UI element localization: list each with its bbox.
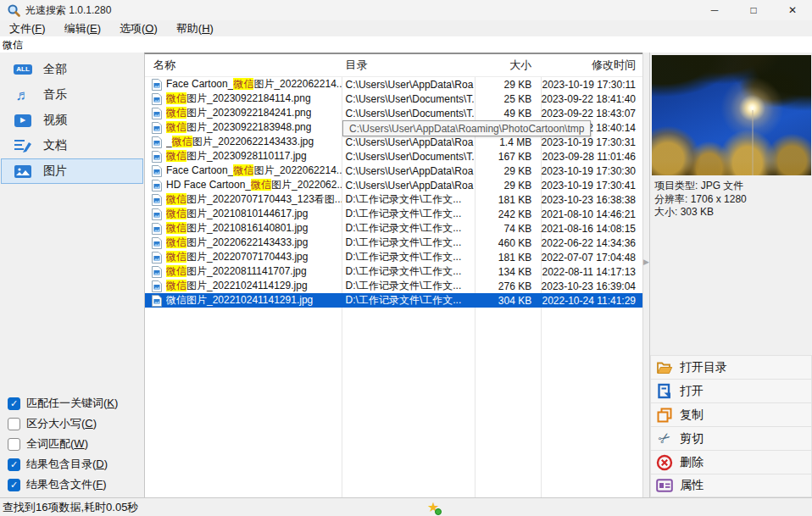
action-buttons: 打开目录打开复制✂剪切删除属性	[650, 355, 812, 497]
cut-button[interactable]: ✂剪切	[650, 426, 812, 450]
file-dir-cell: D:\工作记录文件\工作文...	[342, 264, 475, 279]
file-dir-cell: C:\Users\User\AppData\Roa...	[342, 136, 475, 148]
file-name-cell: 微信图片_20230928110117.jpg	[145, 149, 342, 164]
table-row[interactable]: 微信图片_20221024114129.jpgD:\工作记录文件\工作文...2…	[145, 279, 642, 293]
file-dir-cell: C:\Users\User\Documents\T...	[342, 93, 475, 105]
column-header-size[interactable]: 大小	[474, 58, 540, 73]
music-icon: ♬	[14, 88, 32, 103]
column-header-name[interactable]: 名称	[145, 58, 342, 73]
table-row[interactable]: 微信图片_20220622143433.jpgD:\工作记录文件\工作文...4…	[145, 236, 642, 250]
file-size-cell: 242 KB	[474, 208, 540, 220]
file-info: 项目类型: JPG 文件 分辨率: 1706 x 1280 大小: 303 KB	[654, 180, 747, 219]
search-input[interactable]	[0, 38, 812, 53]
minimize-button[interactable]: ─	[695, 0, 734, 20]
table-row[interactable]: HD Face Cartoon_微信图片_2022062...C:\Users\…	[145, 178, 642, 192]
checkbox-icon[interactable]: ✓	[8, 397, 20, 410]
menu-item[interactable]: 文件(F)	[0, 20, 55, 36]
file-name-cell: 微信图片_20230922184114.png	[145, 92, 342, 106]
image-icon	[14, 165, 32, 178]
keyword-highlight: 微信	[166, 208, 186, 219]
table-row[interactable]: 微信图片_20230928110117.jpgC:\Users\User\Doc…	[145, 149, 642, 164]
filter-options: ✓匹配任一关键词(K)区分大小写(C)全词匹配(W)✓结果包含目录(D)✓结果包…	[8, 393, 118, 495]
file-time-cell: 2022-08-11 14:17:13	[540, 266, 642, 278]
keyword-highlight: 微信	[166, 294, 186, 306]
image-file-icon	[152, 151, 162, 163]
menu-item[interactable]: 帮助(H)	[167, 20, 223, 36]
lamp-pole-shape	[752, 110, 754, 175]
properties-button[interactable]: 属性	[650, 474, 812, 497]
sidebar-item-music[interactable]: ♬音乐	[1, 82, 143, 108]
sidebar-item-all[interactable]: ALL全部	[1, 57, 143, 82]
table-row[interactable]: _微信图片_20220622143433.jpgC:\Users\User\Ap…	[145, 135, 642, 149]
checkbox-icon[interactable]: ✓	[8, 458, 20, 471]
table-row[interactable]: 微信图片_202210241141291.jpgD:\工作记录文件\工作文...…	[145, 293, 642, 308]
open-folder-button[interactable]: 打开目录	[650, 355, 812, 379]
splitter-collapse-arrow[interactable]: ▶	[643, 258, 649, 266]
panel-splitter[interactable]: ▶	[642, 53, 649, 497]
sidebar-item-doc[interactable]: 文档	[1, 133, 143, 158]
column-header-time[interactable]: 修改时间	[540, 58, 642, 73]
filter-checkbox-item[interactable]: ✓结果包含目录(D)	[8, 454, 118, 474]
delete-button[interactable]: 删除	[650, 450, 812, 474]
filter-checkbox-item[interactable]: 全词匹配(W)	[8, 434, 118, 454]
table-row[interactable]: Face Cartoon_微信图片_2022062214...C:\Users\…	[145, 164, 642, 178]
file-dir-cell: C:\Users\User\AppData\Roa...	[342, 79, 475, 91]
file-size-cell: 29 KB	[474, 79, 540, 91]
sidebar-item-video[interactable]: ▶视频	[1, 108, 143, 133]
table-row[interactable]: 微信图片_20220707170443_123看图...D:\工作记录文件\工作…	[145, 192, 642, 207]
file-size-cell: 29 KB	[474, 180, 540, 191]
keyword-highlight: 微信	[166, 265, 186, 277]
table-row[interactable]: 微信图片_20210810144617.jpgD:\工作记录文件\工作文...2…	[145, 207, 642, 221]
filter-checkbox-item[interactable]: 区分大小写(C)	[8, 413, 118, 434]
file-name-cell: 微信图片_20221024114129.jpg	[145, 279, 342, 293]
sidebar-item-label: 音乐	[43, 87, 67, 103]
copy-button[interactable]: 复制	[650, 402, 812, 426]
table-row[interactable]: 微信图片_20220811141707.jpgD:\工作记录文件\工作文...1…	[145, 264, 642, 279]
main-area: ALL全部♬音乐▶视频文档图片 ✓匹配任一关键词(K)区分大小写(C)全词匹配(…	[0, 53, 812, 497]
keyword-highlight: 微信	[166, 92, 186, 104]
image-file-icon	[152, 252, 162, 264]
checkbox-icon[interactable]: ✓	[8, 479, 20, 491]
file-time-cell: 2023-10-19 17:30:41	[540, 180, 642, 191]
table-row[interactable]: 微信图片_20230922184241.pngC:\Users\User\Doc…	[145, 106, 642, 120]
filter-checkbox-item[interactable]: ✓匹配任一关键词(K)	[8, 393, 118, 413]
file-size-cell: 134 KB	[474, 266, 540, 278]
sidebar-item-label: 文档	[43, 138, 67, 153]
file-dir-cell: D:\工作记录文件\工作文...	[342, 236, 475, 250]
file-size-cell: 276 KB	[474, 280, 540, 292]
filter-checkbox-item[interactable]: ✓结果包含文件(F)	[8, 474, 118, 495]
file-dir-cell: D:\工作记录文件\工作文...	[342, 250, 475, 264]
file-size-cell: 460 KB	[474, 237, 540, 249]
file-time-cell: 2023-10-19 17:30:30	[540, 165, 642, 177]
open-icon	[655, 383, 674, 400]
image-file-icon	[152, 280, 162, 292]
checkbox-icon[interactable]	[8, 438, 20, 451]
close-button[interactable]: ✕	[773, 0, 812, 20]
file-time-cell: 2023-09-28 11:01:46	[540, 151, 642, 163]
file-type-line: 项目类型: JPG 文件	[654, 180, 747, 193]
column-header-dir[interactable]: 目录	[342, 58, 475, 73]
file-dir-cell: D:\工作记录文件\工作文...	[342, 293, 475, 308]
table-row[interactable]: 微信图片_20210816140801.jpgD:\工作记录文件\工作文...7…	[145, 221, 642, 236]
maximize-button[interactable]: □	[734, 0, 773, 20]
table-row[interactable]: 微信图片_20220707170443.jpgD:\工作记录文件\工作文...1…	[145, 250, 642, 264]
favorite-star-icon[interactable]: ★	[427, 498, 439, 516]
image-file-icon	[152, 237, 162, 249]
checkbox-label: 区分大小写(C)	[26, 416, 97, 431]
file-name-cell: 微信图片_20220707170443_123看图...	[145, 192, 342, 207]
open-button[interactable]: 打开	[650, 379, 812, 402]
sidebar-item-label: 全部	[43, 62, 67, 77]
file-size-cell: 1.4 MB	[474, 136, 540, 148]
sidebar-item-image[interactable]: 图片	[1, 158, 143, 184]
table-row[interactable]: 微信图片_20230922184114.pngC:\Users\User\Doc…	[145, 92, 642, 106]
delete-icon	[655, 454, 674, 471]
checkbox-icon[interactable]	[8, 418, 20, 430]
copy-icon	[655, 407, 674, 424]
menu-item[interactable]: 选项(O)	[110, 20, 167, 36]
file-name-cell: 微信图片_20220811141707.jpg	[145, 264, 342, 279]
menu-item[interactable]: 编辑(E)	[55, 20, 110, 36]
keyword-highlight: 微信	[166, 150, 186, 162]
table-row[interactable]: Face Cartoon_微信图片_2022062214...C:\Users\…	[145, 77, 642, 92]
file-time-cell: 2022-06-22 14:34:36	[540, 237, 642, 249]
window-title: 光速搜索 1.0.1.280	[25, 3, 111, 18]
